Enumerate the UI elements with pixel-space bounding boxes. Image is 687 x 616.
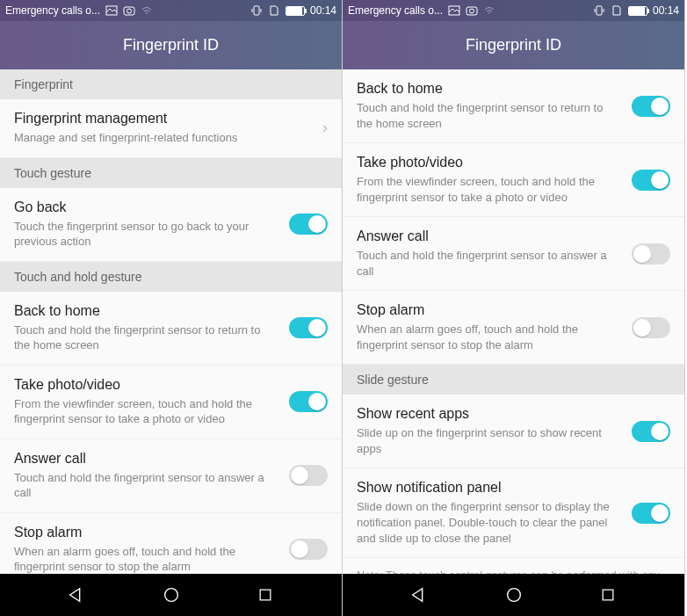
vibrate-icon xyxy=(250,4,263,17)
nav-bar xyxy=(343,574,684,616)
nav-recents-button[interactable] xyxy=(590,577,626,612)
row-title: Answer call xyxy=(357,228,621,244)
row-title: Back to home xyxy=(357,81,621,97)
toggle-show-notification-panel[interactable] xyxy=(632,503,670,524)
row-subtitle: When an alarm goes off, touch and hold t… xyxy=(14,544,278,574)
section-header-label: Touch and hold gesture xyxy=(14,270,142,284)
section-header-fingerprint: Fingerprint xyxy=(0,69,342,99)
row-title: Take photo/video xyxy=(357,155,621,170)
row-subtitle: Touch and hold the fingerprint sensor to… xyxy=(14,470,278,501)
battery-icon xyxy=(628,6,647,16)
screen-right: Emergency calls o... 00:14 Fingerprint I… xyxy=(343,0,685,616)
camera-icon xyxy=(466,4,478,17)
row-title: Back to home xyxy=(14,303,278,319)
nav-back-button[interactable] xyxy=(59,577,94,612)
row-show-recent-apps[interactable]: Show recent appsSlide up on the fingerpr… xyxy=(343,395,684,468)
nav-back-button[interactable] xyxy=(401,577,437,612)
section-header-touch-and-hold-gesture: Touch and hold gesture xyxy=(0,262,342,292)
row-title: Take photo/video xyxy=(14,377,278,393)
page-title: Fingerprint ID xyxy=(466,36,561,54)
page-title: Fingerprint ID xyxy=(123,36,219,54)
toggle-take-photo-video[interactable] xyxy=(289,391,328,412)
clock-text: 00:14 xyxy=(310,4,336,17)
picture-icon xyxy=(105,4,118,17)
row-back-to-home[interactable]: Back to homeTouch and hold the fingerpri… xyxy=(343,69,684,143)
nav-home-button[interactable] xyxy=(496,577,532,612)
screen-left: Emergency calls o... 00:14 Fingerprint I… xyxy=(0,0,343,616)
toggle-show-recent-apps[interactable] xyxy=(632,421,670,442)
row-subtitle: Slide up on the fingerprint sensor to sh… xyxy=(357,425,621,456)
toggle-back-to-home[interactable] xyxy=(289,317,328,338)
svg-rect-1 xyxy=(124,7,134,15)
wifi-dim-icon xyxy=(141,4,153,17)
toggle-answer-call[interactable] xyxy=(289,465,328,486)
row-answer-call[interactable]: Answer callTouch and hold the fingerprin… xyxy=(0,439,342,513)
svg-point-14 xyxy=(507,589,520,602)
carrier-text: Emergency calls o... xyxy=(5,4,100,17)
row-subtitle: When an alarm goes off, touch and hold t… xyxy=(357,322,621,352)
row-subtitle: From the viewfinder screen, touch and ho… xyxy=(357,174,621,205)
status-bar: Emergency calls o... 00:14 xyxy=(0,0,342,21)
camera-icon xyxy=(123,4,135,17)
row-subtitle: Touch and hold the fingerprint sensor to… xyxy=(357,248,621,279)
toggle-take-photo-video[interactable] xyxy=(632,170,670,191)
title-bar: Fingerprint ID xyxy=(0,21,342,69)
nav-bar xyxy=(0,574,342,616)
row-subtitle: Touch and hold the fingerprint sensor to… xyxy=(357,100,621,131)
section-header-label: Slide gesture xyxy=(357,373,429,387)
toggle-answer-call[interactable] xyxy=(632,243,670,265)
row-subtitle: Slide down on the fingerprint sensor to … xyxy=(357,499,621,546)
svg-rect-11 xyxy=(597,6,602,15)
vibrate-icon xyxy=(593,4,605,17)
row-answer-call[interactable]: Answer callTouch and hold the fingerprin… xyxy=(343,217,684,291)
svg-rect-7 xyxy=(260,590,271,600)
row-title: Show notification panel xyxy=(357,480,621,496)
title-bar: Fingerprint ID xyxy=(343,21,684,69)
content-left[interactable]: FingerprintFingerprint managementManage … xyxy=(0,69,342,574)
svg-rect-9 xyxy=(466,7,477,15)
row-title: Answer call xyxy=(14,451,278,467)
carrier-text: Emergency calls o... xyxy=(348,4,443,17)
row-subtitle: Touch the fingerprint sensor to go back … xyxy=(14,219,278,250)
row-subtitle: From the viewfinder screen, touch and ho… xyxy=(14,396,278,427)
toggle-back-to-home[interactable] xyxy=(632,96,670,117)
battery-icon xyxy=(286,6,305,16)
svg-point-2 xyxy=(127,9,132,13)
row-take-photo-video[interactable]: Take photo/videoFrom the viewfinder scre… xyxy=(343,143,684,217)
wifi-dim-icon xyxy=(483,4,495,17)
row-show-notification-panel[interactable]: Show notification panelSlide down on the… xyxy=(343,468,684,558)
status-bar: Emergency calls o... 00:14 xyxy=(343,0,684,21)
sim-icon xyxy=(268,4,280,17)
row-stop-alarm[interactable]: Stop alarmWhen an alarm goes off, touch … xyxy=(343,291,684,365)
section-header-label: Fingerprint xyxy=(14,77,73,91)
footer-note: Note: These touch control gestures can b… xyxy=(343,558,684,574)
svg-point-6 xyxy=(164,589,177,602)
chevron-right-icon: › xyxy=(322,119,328,137)
nav-home-button[interactable] xyxy=(154,577,189,612)
nav-recents-button[interactable] xyxy=(248,577,283,612)
row-title: Fingerprint management xyxy=(14,111,312,127)
toggle-stop-alarm[interactable] xyxy=(632,317,670,338)
row-title: Stop alarm xyxy=(14,525,278,540)
row-title: Stop alarm xyxy=(357,302,621,318)
section-header-touch-gesture: Touch gesture xyxy=(0,158,342,188)
row-take-photo-video[interactable]: Take photo/videoFrom the viewfinder scre… xyxy=(0,366,342,439)
toggle-go-back[interactable] xyxy=(289,214,328,235)
picture-icon xyxy=(448,4,460,17)
row-subtitle: Touch and hold the fingerprint sensor to… xyxy=(14,322,278,353)
svg-rect-15 xyxy=(603,590,613,600)
row-go-back[interactable]: Go backTouch the fingerprint sensor to g… xyxy=(0,188,342,262)
row-fingerprint-management[interactable]: Fingerprint managementManage and set fin… xyxy=(0,99,342,158)
row-stop-alarm[interactable]: Stop alarmWhen an alarm goes off, touch … xyxy=(0,513,342,574)
section-header-label: Touch gesture xyxy=(14,166,91,180)
svg-point-10 xyxy=(470,9,474,13)
row-back-to-home[interactable]: Back to homeTouch and hold the fingerpri… xyxy=(0,292,342,366)
content-right[interactable]: Back to homeTouch and hold the fingerpri… xyxy=(343,69,684,574)
toggle-stop-alarm[interactable] xyxy=(289,539,328,560)
row-title: Show recent apps xyxy=(357,406,621,422)
section-header-slide-gesture: Slide gesture xyxy=(343,365,684,395)
svg-rect-3 xyxy=(254,6,259,15)
sim-icon xyxy=(611,4,623,17)
row-title: Go back xyxy=(14,199,278,215)
clock-text: 00:14 xyxy=(653,4,679,17)
